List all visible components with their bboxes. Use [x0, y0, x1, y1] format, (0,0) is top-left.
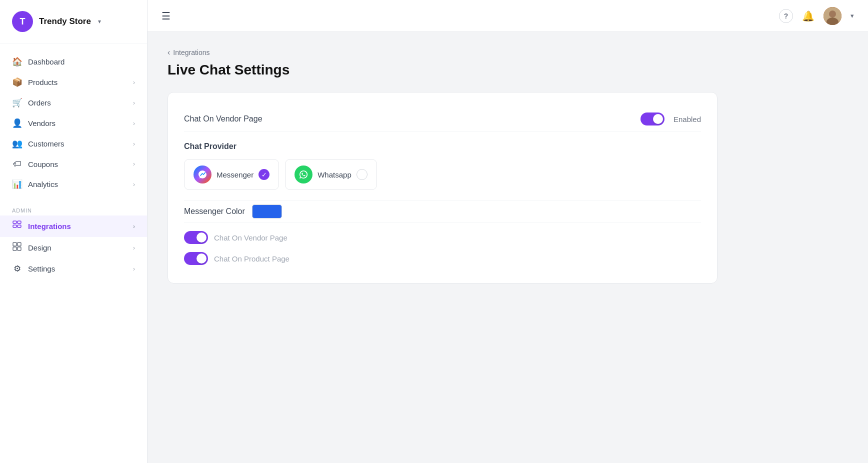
messenger-check-icon: ✓	[258, 169, 270, 180]
svg-rect-0	[13, 221, 16, 224]
whatsapp-name: Whatsapp	[318, 170, 352, 179]
toggle-track-product	[184, 252, 208, 265]
sidebar-item-coupons[interactable]: 🏷 Coupons ›	[0, 154, 147, 174]
settings-chevron-icon: ›	[133, 266, 135, 272]
provider-messenger[interactable]: Messenger ✓	[184, 159, 279, 190]
vendors-chevron-icon: ›	[133, 120, 135, 127]
sidebar-item-label: Analytics	[28, 180, 58, 188]
chat-vendor-toggle-group: Enabled	[640, 112, 701, 126]
design-icon	[12, 242, 22, 254]
toggle-product-label: Chat On Product Page	[214, 254, 290, 263]
page-content: ‹ Integrations Live Chat Settings Chat O…	[148, 32, 868, 463]
store-avatar: T	[12, 11, 33, 32]
store-chevron-icon[interactable]: ▾	[98, 18, 101, 25]
svg-rect-3	[18, 225, 21, 228]
sidebar-item-settings[interactable]: ⚙ Settings ›	[0, 258, 147, 279]
divider-1	[184, 200, 701, 200]
help-icon[interactable]: ?	[779, 9, 793, 23]
products-icon: 📦	[12, 77, 22, 88]
svg-rect-6	[13, 247, 16, 250]
chat-vendor-page-label: Chat On Vendor Page	[184, 114, 262, 124]
sidebar-item-customers[interactable]: 👥 Customers ›	[0, 134, 147, 154]
sidebar-item-label: Orders	[28, 98, 51, 107]
toggle-thumb-product	[196, 254, 206, 264]
breadcrumb: ‹ Integrations	[168, 48, 848, 57]
sidebar-header: T Trendy Store ▾	[0, 0, 147, 44]
sidebar-item-products[interactable]: 📦 Products ›	[0, 72, 147, 92]
chat-vendor-page-toggle[interactable]	[640, 112, 664, 126]
bell-icon[interactable]: 🔔	[802, 10, 814, 22]
toggle-thumb-vendor	[196, 232, 206, 242]
toggle-chat-product-row: Chat On Product Page	[184, 248, 701, 269]
integrations-icon	[12, 220, 22, 232]
sidebar-item-orders[interactable]: 🛒 Orders ›	[0, 92, 147, 113]
svg-rect-1	[18, 221, 21, 224]
svg-rect-7	[18, 247, 21, 250]
orders-chevron-icon: ›	[133, 100, 135, 106]
chat-provider-title: Chat Provider	[184, 142, 701, 151]
orders-icon: 🛒	[12, 98, 22, 108]
main-nav: 🏠 Dashboard 📦 Products › 🛒 Orders › 👤 Ve…	[0, 44, 147, 202]
messenger-color-label: Messenger Color	[184, 207, 245, 216]
sidebar-item-dashboard[interactable]: 🏠 Dashboard	[0, 52, 147, 72]
messenger-icon	[194, 166, 212, 184]
sidebar-item-label: Vendors	[28, 119, 56, 128]
main-content: ☰ ? 🔔 ▾ ‹ Integrations Live Chat Setting…	[148, 0, 868, 463]
analytics-icon: 📊	[12, 179, 22, 190]
sidebar: T Trendy Store ▾ 🏠 Dashboard 📦 Products …	[0, 0, 148, 463]
sidebar-item-vendors[interactable]: 👤 Vendors ›	[0, 113, 147, 134]
settings-card: Chat On Vendor Page Enabled Chat Provide…	[168, 92, 718, 284]
whatsapp-check-icon	[356, 169, 368, 180]
menu-icon[interactable]: ☰	[162, 10, 170, 22]
sidebar-item-label: Integrations	[28, 222, 71, 230]
messenger-name: Messenger	[216, 170, 254, 179]
breadcrumb-chevron-icon: ‹	[168, 48, 170, 57]
sidebar-item-analytics[interactable]: 📊 Analytics ›	[0, 174, 147, 194]
topbar: ☰ ? 🔔 ▾	[148, 0, 868, 32]
design-chevron-icon: ›	[133, 244, 135, 252]
coupons-chevron-icon: ›	[133, 160, 135, 168]
integrations-chevron-icon: ›	[133, 223, 135, 230]
user-chevron-icon[interactable]: ▾	[850, 12, 854, 20]
provider-whatsapp[interactable]: Whatsapp	[285, 159, 377, 190]
user-avatar[interactable]	[824, 7, 842, 25]
toggle-track-vendor	[184, 231, 208, 244]
customers-icon: 👥	[12, 138, 22, 149]
admin-nav: Admin Integrations ›	[0, 202, 147, 287]
whatsapp-icon	[294, 166, 312, 184]
topbar-actions: ? 🔔 ▾	[779, 7, 854, 25]
customers-chevron-icon: ›	[133, 140, 135, 148]
toggle-vendor-label: Chat On Vendor Page	[214, 234, 288, 242]
sidebar-item-label: Design	[28, 244, 52, 252]
messenger-color-row: Messenger Color	[184, 204, 701, 218]
svg-point-9	[829, 10, 836, 18]
store-name: Trendy Store	[39, 16, 91, 26]
products-chevron-icon: ›	[133, 79, 135, 86]
svg-rect-4	[13, 242, 16, 246]
sidebar-item-label: Settings	[28, 264, 55, 273]
sidebar-item-label: Coupons	[28, 160, 58, 168]
svg-rect-2	[13, 225, 16, 228]
sidebar-item-label: Dashboard	[28, 58, 64, 66]
sidebar-item-design[interactable]: Design ›	[0, 237, 147, 258]
sidebar-item-label: Products	[28, 78, 58, 86]
dashboard-icon: 🏠	[12, 56, 22, 67]
svg-rect-5	[18, 242, 21, 246]
chat-provider-section: Chat Provider	[184, 132, 701, 196]
toggle-chat-vendor-row: Chat On Vendor Page	[184, 227, 701, 248]
messenger-color-swatch[interactable]	[252, 204, 282, 218]
toggle-chat-product-page[interactable]	[184, 252, 208, 265]
breadcrumb-parent[interactable]: Integrations	[173, 48, 210, 56]
toggle-chat-vendor-page[interactable]	[184, 231, 208, 244]
coupons-icon: 🏷	[12, 159, 22, 169]
page-title: Live Chat Settings	[168, 62, 848, 78]
toggle-track	[640, 112, 664, 126]
settings-icon: ⚙	[12, 264, 22, 274]
admin-label: Admin	[0, 204, 147, 216]
enabled-label: Enabled	[674, 115, 701, 124]
analytics-chevron-icon: ›	[133, 181, 135, 188]
vendors-icon: 👤	[12, 118, 22, 128]
sidebar-item-integrations[interactable]: Integrations ›	[0, 216, 147, 237]
toggle-thumb	[653, 114, 663, 124]
provider-options: Messenger ✓ Whatsapp	[184, 159, 701, 190]
